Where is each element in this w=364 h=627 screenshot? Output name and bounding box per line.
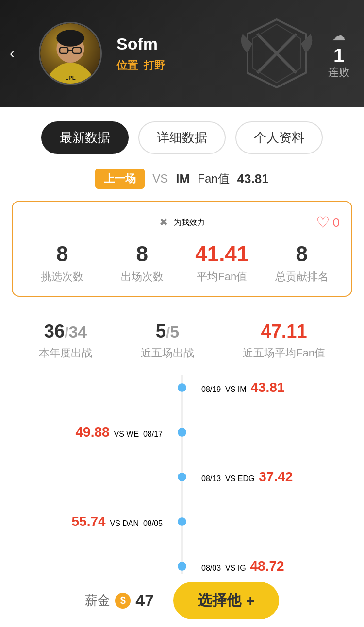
svg-text:LPL: LPL (65, 75, 76, 81)
summary-avg-fan-label: 近五场平均Fan值 (243, 346, 325, 360)
timeline-dot-4 (178, 517, 186, 526)
sword-icon: ✖ (159, 216, 168, 229)
streak-label: 连败 (328, 65, 349, 80)
stats-row: 8 挑选次数 8 出场次数 41.41 平均Fan值 8 总贡献排名 (22, 243, 342, 284)
yearly-num1: 36 (44, 321, 65, 341)
stat-appearances-value: 8 (102, 243, 182, 265)
timeline-item-4: 55.74 VS DAN 08/05 (15, 514, 349, 529)
stat-avg-fan-value: 41.41 (182, 243, 262, 265)
timeline-dot-1 (178, 383, 186, 392)
tl-score-1: 43.81 (250, 380, 284, 395)
last-match-tag: 上一场 (95, 169, 145, 189)
summary-yearly: 36/34 本年度出战 (39, 321, 92, 360)
tl-vs-2: VS WE (114, 430, 139, 438)
tl-date-2: 08/17 (143, 430, 163, 438)
timeline-date-1: 08/19 VS IM 43.81 (201, 380, 349, 395)
tab-latest[interactable]: 最新数据 (41, 121, 129, 154)
svg-point-1 (56, 30, 84, 46)
cloud-icon: ☁ (328, 28, 349, 44)
timeline-left-4: 55.74 VS DAN 08/05 (15, 514, 182, 529)
tl-score-4: 55.74 (72, 514, 106, 529)
tl-date-4: 08/05 (143, 519, 163, 527)
select-label: 选择他 (198, 591, 241, 610)
timeline-item-2: 49.88 VS WE 08/17 (15, 424, 349, 440)
stat-appearances: 8 出场次数 (102, 243, 182, 284)
tl-vs-3: VS EDG (225, 474, 254, 483)
heart-icon: ♡ (316, 213, 330, 232)
avatar-svg: LPL (40, 22, 100, 85)
tl-vs-4: VS DAN (110, 519, 139, 527)
salary-section: 薪金 $ 47 (85, 591, 154, 610)
back-button[interactable]: ‹ (10, 46, 14, 61)
tl-date-3: 08/13 (201, 474, 221, 483)
timeline-dot-2 (178, 428, 186, 437)
timeline-dot-3 (178, 473, 186, 481)
timeline-item-5: 08/03 VS IG 48.72 (15, 559, 349, 574)
tl-score-3: 37.42 (259, 469, 293, 484)
summary-stats: 36/34 本年度出战 5/5 近五场出战 47.11 近五场平均Fan值 (0, 311, 364, 375)
header: ‹ LPL Sofm 位置 打野 (0, 0, 364, 107)
salary-coin: $ (115, 593, 131, 609)
stat-avg-fan-label: 平均Fan值 (182, 270, 262, 284)
tl-score-2: 49.88 (76, 424, 110, 440)
position-value: 打野 (144, 59, 165, 71)
player-position: 位置 打野 (116, 58, 165, 73)
timeline-right-1: 08/19 VS IM 43.81 (182, 380, 349, 395)
tabs-container: 最新数据 详细数据 个人资料 (0, 107, 364, 169)
tl-date-5: 08/03 (201, 564, 221, 572)
streak-box: ☁ 1 连败 (328, 28, 349, 80)
bottom-bar: 薪金 $ 47 选择他 + (0, 574, 364, 627)
timeline-right-3: 08/13 VS EDG 37.42 (182, 469, 349, 485)
player-name: Sofm (116, 34, 165, 53)
last-match-fan-value: 43.81 (237, 171, 269, 186)
summary-recent-value: 5/5 (141, 321, 194, 342)
tab-detail[interactable]: 详细数据 (138, 121, 226, 154)
tl-vs-1: VS IM (225, 385, 247, 393)
plus-icon: + (246, 593, 255, 609)
stats-card: ✖ 为我效力 ♡ 0 8 挑选次数 8 出场次数 41.41 平均Fan值 8 … (12, 201, 352, 297)
position-label: 位置 (116, 59, 138, 71)
summary-yearly-value: 36/34 (39, 321, 92, 342)
tl-date-1: 08/19 (201, 385, 221, 393)
stat-avg-fan: 41.41 平均Fan值 (182, 243, 262, 284)
timeline-right-5: 08/03 VS IG 48.72 (182, 559, 349, 574)
salary-label: 薪金 (85, 592, 110, 609)
tl-vs-5: VS IG (225, 564, 246, 572)
last-match-row: 上一场 VS IM Fan值 43.81 (0, 169, 364, 201)
summary-yearly-label: 本年度出战 (39, 346, 92, 360)
stat-appearances-label: 出场次数 (102, 270, 182, 284)
player-avatar: LPL (39, 22, 102, 85)
stat-rank: 8 总贡献排名 (262, 243, 342, 284)
stat-picks: 8 挑选次数 (22, 243, 102, 284)
coin-icon: $ (115, 593, 131, 609)
heart-button[interactable]: ♡ 0 (316, 213, 340, 232)
summary-recent-label: 近五场出战 (141, 346, 194, 360)
summary-avg-fan-value: 47.11 (243, 321, 325, 342)
stat-picks-value: 8 (22, 243, 102, 265)
last-match-vs: VS (152, 172, 168, 186)
heart-count: 0 (333, 215, 340, 230)
tl-score-5: 48.72 (250, 559, 284, 574)
yearly-num2: 34 (68, 322, 87, 341)
stats-card-title-text: 为我效力 (174, 218, 205, 228)
timeline-dot-5 (178, 562, 186, 571)
select-button[interactable]: 选择他 + (173, 582, 279, 619)
player-info: Sofm 位置 打野 (116, 34, 165, 73)
avatar-image: LPL (40, 23, 100, 84)
timeline-item-3: 08/13 VS EDG 37.42 (15, 469, 349, 485)
stat-rank-label: 总贡献排名 (262, 270, 342, 284)
last-match-fan-label: Fan值 (198, 171, 229, 186)
recent-num1: 5 (156, 321, 166, 341)
team-logo (238, 15, 315, 92)
summary-avg-fan: 47.11 近五场平均Fan值 (243, 321, 325, 360)
tab-profile[interactable]: 个人资料 (235, 121, 323, 154)
last-match-opponent: IM (176, 171, 190, 186)
team-logo-svg (238, 15, 315, 92)
salary-amount: 47 (135, 591, 154, 610)
stat-picks-label: 挑选次数 (22, 270, 102, 284)
stat-rank-value: 8 (262, 243, 342, 265)
timeline-item-1: 08/19 VS IM 43.81 (15, 380, 349, 395)
streak-number: 1 (328, 46, 349, 65)
recent-num2: 5 (170, 322, 179, 341)
summary-recent: 5/5 近五场出战 (141, 321, 194, 360)
